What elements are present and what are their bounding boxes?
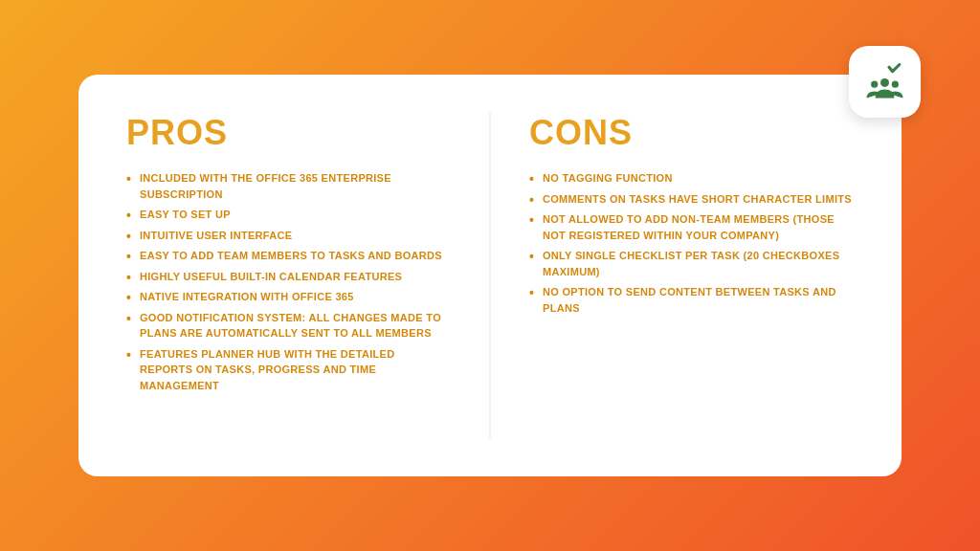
svg-point-1	[871, 81, 878, 88]
pros-list-item: FEATURES PLANNER HUB WITH THE DETAILED R…	[126, 346, 451, 394]
pros-list-item: HIGHLY USEFUL BUILT-IN CALENDAR FEATURES	[126, 269, 451, 285]
cons-list: NO TAGGING FUNCTIONCOMMENTS ON TASKS HAV…	[529, 170, 854, 316]
cons-list-item: COMMENTS ON TASKS HAVE SHORT CHARACTER L…	[529, 191, 854, 208]
pros-column: PROS INCLUDED WITH THE OFFICE 365 ENTERP…	[126, 113, 451, 438]
svg-point-0	[880, 78, 889, 87]
column-divider	[489, 113, 491, 438]
cons-list-item: ONLY SINGLE CHECKLIST PER TASK (20 CHECK…	[529, 248, 854, 279]
cons-list-item: NO OPTION TO SEND CONTENT BETWEEN TASKS …	[529, 284, 854, 316]
pros-title: PROS	[126, 113, 451, 153]
team-checkmark-icon	[863, 60, 906, 103]
cons-column: CONS NO TAGGING FUNCTIONCOMMENTS ON TASK…	[529, 113, 854, 438]
pros-list-item: NATIVE INTEGRATION WITH OFFICE 365	[126, 289, 451, 305]
pros-list-item: INCLUDED WITH THE OFFICE 365 ENTERPRISE …	[126, 170, 451, 202]
svg-point-2	[892, 81, 899, 88]
pros-list: INCLUDED WITH THE OFFICE 365 ENTERPRISE …	[126, 170, 451, 393]
pros-list-item: GOOD NOTIFICATION SYSTEM: ALL CHANGES MA…	[126, 310, 451, 342]
pros-cons-card: PROS INCLUDED WITH THE OFFICE 365 ENTERP…	[78, 75, 902, 476]
pros-list-item: EASY TO ADD TEAM MEMBERS TO TASKS AND BO…	[126, 248, 451, 264]
cons-list-item: NOT ALLOWED TO ADD NON-TEAM MEMBERS (THO…	[529, 211, 854, 243]
cons-title: CONS	[529, 113, 854, 153]
pros-list-item: EASY TO SET UP	[126, 207, 451, 223]
pros-list-item: INTUITIVE USER INTERFACE	[126, 228, 451, 244]
cons-list-item: NO TAGGING FUNCTION	[529, 170, 854, 187]
badge-icon-container	[849, 46, 921, 118]
